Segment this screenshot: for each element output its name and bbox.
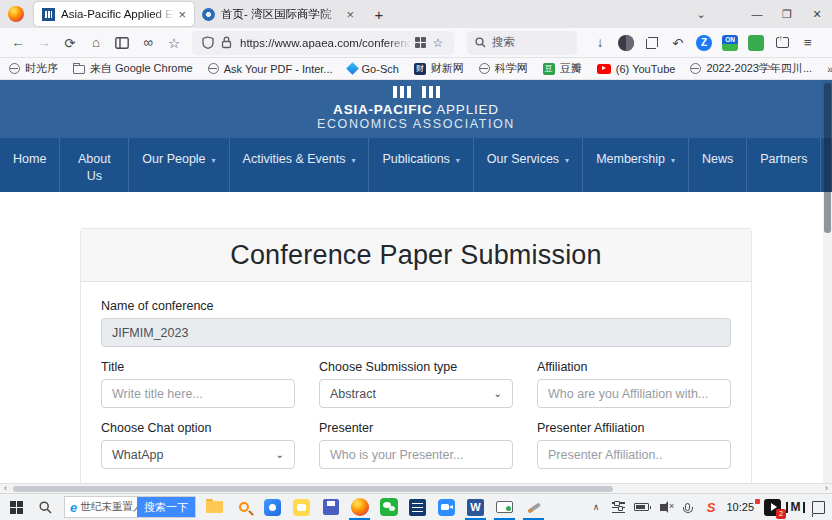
search-input[interactable]: 搜索 — [467, 31, 577, 55]
start-button[interactable] — [2, 494, 31, 520]
field-presenter-affiliation: Presenter Affiliation — [537, 421, 731, 469]
meeting-app-button[interactable] — [432, 494, 461, 520]
affiliation-input[interactable] — [537, 379, 731, 408]
clock[interactable]: 10:25 — [722, 501, 761, 513]
search-tool-button[interactable] — [229, 494, 258, 520]
chat-option-select[interactable]: WhatApp ⌄ — [101, 440, 295, 469]
on-toggle-extension-icon[interactable] — [717, 31, 743, 55]
bookmark-item[interactable]: (6) YouTube — [597, 63, 676, 75]
bookmark-item[interactable]: 财新网 — [414, 61, 464, 76]
bookmark-label: 2022-2023学年四川... — [706, 61, 812, 76]
presenter-input[interactable] — [319, 440, 513, 469]
word-button[interactable] — [461, 494, 490, 520]
forward-button[interactable]: → — [31, 31, 57, 55]
back-button[interactable]: ← — [5, 31, 31, 55]
screen-share-button[interactable] — [490, 494, 519, 520]
horizontal-scrollbar-thumb[interactable] — [13, 486, 613, 492]
firefox-taskbar-button[interactable] — [345, 494, 374, 520]
bookmark-item[interactable]: 豆瓣 — [543, 61, 582, 76]
bookmark-item[interactable]: Go-Sch — [348, 63, 399, 75]
browser-titlebar: Asia-Pacific Applied Economi × 首页- 湾区国际商… — [0, 0, 832, 28]
bookmark-item[interactable]: 时光序 — [9, 61, 58, 76]
tab-apaea[interactable]: Asia-Pacific Applied Economi × — [34, 2, 194, 26]
darkreader-icon[interactable] — [613, 31, 639, 55]
bookmark-item[interactable]: Ask Your PDF - Inter... — [208, 63, 333, 75]
paint-app-button[interactable] — [519, 494, 548, 520]
home-button[interactable]: ⌂ — [83, 31, 109, 55]
lock-icon[interactable] — [217, 36, 235, 49]
tab-close-icon[interactable]: × — [178, 8, 186, 21]
search-tool-icon — [239, 502, 249, 512]
nav-item-publications[interactable]: Publications▾ — [369, 138, 473, 192]
bookmarks-overflow-button[interactable]: » — [827, 63, 832, 75]
reload-button[interactable]: ⟳ — [57, 31, 83, 55]
blue-app-button[interactable] — [258, 494, 287, 520]
tab-close-icon[interactable]: × — [346, 8, 354, 21]
horizontal-scrollbar[interactable]: ‹ › — [0, 483, 832, 493]
settings-sliders-icon[interactable] — [607, 494, 630, 520]
scroll-left-arrow[interactable]: ‹ — [0, 484, 11, 493]
title-input[interactable] — [101, 379, 295, 408]
green-extension-icon[interactable] — [743, 31, 769, 55]
minimize-button[interactable]: — — [742, 0, 772, 28]
submission-type-select[interactable]: Abstract ⌄ — [319, 379, 513, 408]
z-extension-icon[interactable] — [691, 31, 717, 55]
presenter-affiliation-input[interactable] — [537, 440, 731, 469]
taskbar-search-go-button[interactable]: 搜索一下 — [137, 497, 195, 517]
file-explorer-button[interactable] — [200, 494, 229, 520]
taskbar-search-widget[interactable]: 世纪末重置人... 搜索一下 — [64, 496, 196, 518]
save-app-button[interactable] — [316, 494, 345, 520]
youtube-icon — [597, 64, 611, 74]
restore-session-icon[interactable]: ↶ — [665, 31, 691, 55]
bookmark-star-icon[interactable]: ☆ — [429, 36, 447, 50]
list-tabs-button[interactable]: ⌄ — [686, 0, 716, 28]
nav-item-membership[interactable]: Membership▾ — [583, 138, 689, 192]
apaea-favicon — [42, 8, 55, 21]
url-bar[interactable]: https://www.apaea.com/conference-p ☆ — [192, 31, 454, 55]
send-to-device-icon[interactable] — [769, 31, 795, 55]
chevron-up-icon[interactable]: ∧ — [584, 494, 607, 520]
vertical-scrollbar-thumb[interactable] — [824, 83, 831, 233]
wechat-button[interactable] — [374, 494, 403, 520]
wechat-icon — [380, 498, 398, 516]
downloads-icon[interactable]: ↓ — [587, 31, 613, 55]
nav-item-partners[interactable]: Partners — [747, 138, 821, 192]
translate-extension-icon[interactable] — [411, 37, 429, 48]
tab-school[interactable]: 首页- 湾区国际商学院 × — [194, 2, 362, 26]
bookmark-item[interactable]: 2022-2023学年四川... — [690, 61, 812, 76]
action-center-button[interactable] — [807, 494, 830, 520]
volume-muted-icon[interactable] — [653, 494, 676, 520]
media-player-button[interactable]: 2 — [761, 494, 784, 520]
nav-item-news[interactable]: News — [689, 138, 747, 192]
close-button[interactable]: × — [802, 0, 832, 28]
bookmark-folder[interactable]: 来自 Google Chrome — [73, 61, 193, 76]
screenshot-crop-icon[interactable] — [639, 31, 665, 55]
sogou-icon[interactable] — [699, 494, 722, 520]
shield-icon[interactable] — [199, 36, 217, 49]
vertical-scrollbar[interactable] — [823, 80, 832, 483]
nav-item-home[interactable]: Home — [0, 138, 60, 192]
infinity-extension-icon[interactable]: ∞ — [135, 31, 161, 55]
bookmark-item[interactable]: 科学网 — [479, 61, 528, 76]
nav-item-our-people[interactable]: Our People▾ — [129, 138, 229, 192]
tab-title: 首页- 湾区国际商学院 — [221, 7, 342, 22]
navy-grid-app-button[interactable] — [403, 494, 432, 520]
restore-button[interactable]: ❐ — [772, 0, 802, 28]
yellow-app-button[interactable] — [287, 494, 316, 520]
submission-card: Conference Paper Submission Name of conf… — [80, 228, 752, 483]
scroll-right-arrow[interactable]: › — [821, 484, 832, 493]
nav-item-our-services[interactable]: Our Services▾ — [474, 138, 583, 192]
battery-icon[interactable] — [630, 494, 653, 520]
nav-item-activities-events[interactable]: Activities & Events▾ — [230, 138, 370, 192]
bookmark-tool-icon[interactable]: ☆ — [161, 31, 187, 55]
sidebar-button[interactable] — [109, 31, 135, 55]
microphone-icon[interactable] — [676, 494, 699, 520]
new-tab-button[interactable]: + — [366, 6, 392, 23]
nav-item-about-us[interactable]: About Us — [60, 138, 129, 192]
menu-icon[interactable]: ≡ — [795, 31, 821, 55]
input-method-button[interactable] — [784, 494, 807, 520]
taskbar-search-button[interactable] — [31, 494, 60, 520]
school-favicon — [202, 8, 215, 21]
field-label: Presenter — [319, 421, 513, 435]
page-viewport: ASIA-PACIFIC APPLIED ECONOMICS ASSOCIATI… — [0, 80, 832, 483]
